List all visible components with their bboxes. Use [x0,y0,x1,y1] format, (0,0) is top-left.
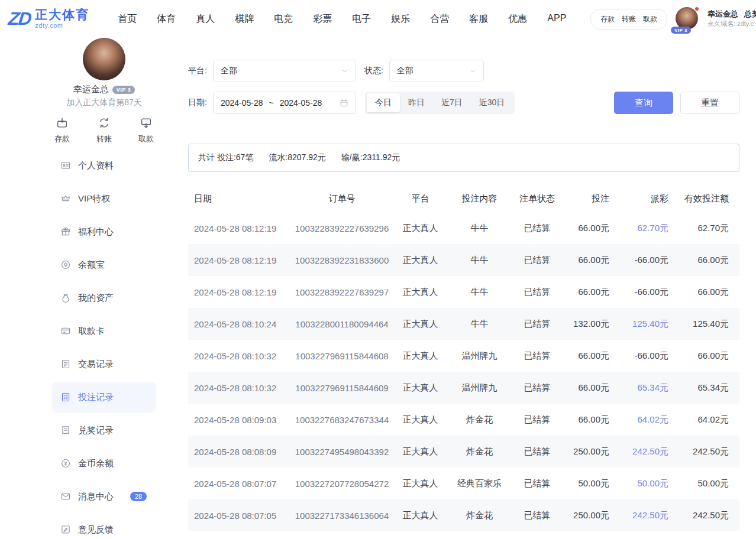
quick-action-label: 转账 [96,134,112,144]
nav-item[interactable]: 娱乐 [391,13,410,25]
date-range-input[interactable]: 2024-05-28 ~ 2024-05-28 [213,92,356,114]
coin-icon [60,458,71,469]
sidebar-item-label: VIP特权 [78,193,110,204]
sidebar-item[interactable]: 消息中心 28 [52,481,156,512]
cell-bet-amount: 66.00元 [564,382,620,394]
table-row: 2024-05-28 08:10:24 1003228001180094464 … [188,308,739,340]
nav-item[interactable]: 电子 [352,13,371,25]
nav-item[interactable]: 体育 [157,13,176,25]
cell-bet-amount: 66.00元 [564,255,620,266]
nav-item[interactable]: 合营 [430,13,449,25]
nav-item[interactable]: 真人 [196,13,215,25]
platform-label: 平台: [188,66,207,76]
cell-platform: 正大真人 [392,414,448,426]
sidebar-item[interactable]: 取款卡 [52,316,156,346]
wallet-action[interactable]: 取款 [643,14,657,24]
table-header-cell: 有效投注额 [679,193,739,204]
quick-action[interactable]: 取款 [138,116,154,144]
cell-status: 已结算 [511,287,564,298]
sidebar-item[interactable]: 我的资产 [52,283,156,313]
cell-date: 2024-05-28 08:07:07 [188,479,292,489]
sidebar: 幸运金总 VIP 3 加入正大体育第87天 存款 转账 取款 [0,38,172,539]
brand-logo[interactable]: ZD 正大体育 zdty.com [8,8,89,30]
nav-item[interactable]: 优惠 [508,13,527,25]
status-select[interactable]: 全部 [389,60,484,82]
cell-bet-content: 炸金花 [448,510,511,521]
table-row: 2024-05-28 08:07:07 1003227207728054272 … [188,467,739,499]
nav-item[interactable]: APP [547,13,566,25]
cell-date: 2024-05-28 08:09:03 [188,415,292,425]
sidebar-item[interactable]: 金币余额 [52,448,156,479]
table-header-cell: 投注内容 [448,193,511,204]
date-range-button[interactable]: 今日 [367,93,400,112]
bet-records-page: 平台: 全部 状态: 全部 日期: 2024-05-28 ~ 2024-05-2… [188,38,739,539]
date-range-button[interactable]: 近7日 [433,93,471,112]
cell-date: 2024-05-28 08:10:32 [188,351,292,361]
cell-payout: 65.34元 [620,382,679,394]
cell-date: 2024-05-28 08:12:19 [188,287,292,297]
sidebar-item[interactable]: VIP特权 [52,183,156,214]
cell-payout: 50.00元 [620,478,679,489]
sidebar-item[interactable]: 意见反馈 [52,514,156,539]
search-button[interactable]: 查询 [614,92,673,114]
nav-item[interactable]: 客服 [469,13,488,25]
cell-date: 2024-05-28 08:12:19 [188,223,292,233]
summary-bar: 共计 投注:67笔流水:8207.92元输/赢:2311.92元 [188,144,739,172]
sidebar-item[interactable]: 个人资料 [52,150,156,181]
cell-payout: 64.02元 [620,414,679,426]
quick-actions: 存款 转账 取款 [54,116,154,144]
cell-payout: 242.50元 [620,446,679,457]
gem-icon [60,259,71,270]
cell-platform: 正大真人 [392,223,448,234]
cell-bet-amount: 250.00元 [564,446,620,457]
chevron-down-icon [469,67,476,74]
bank-card-icon [60,326,71,336]
table-header-cell: 注单状态 [511,193,564,204]
cell-payout: 125.40元 [620,319,679,330]
wallet-action[interactable]: 存款 [600,14,615,24]
cell-bet-content: 牛牛 [448,287,511,298]
cell-order-number: 1003228392227639297 [292,287,392,297]
sidebar-item-label: 金币余额 [78,458,114,469]
topbar-right: 存款转账取款 VIP 3 幸运金总 总奖 永久域名: zdty.c [590,7,756,31]
date-range-button[interactable]: 昨日 [400,93,433,112]
date-range-button[interactable]: 近30日 [471,93,513,112]
cell-bet-content: 牛牛 [448,319,511,330]
sidebar-item[interactable]: 兑奖记录 [52,415,156,446]
cell-bet-amount: 50.00元 [564,478,620,489]
sidebar-item[interactable]: 交易记录 [52,349,156,379]
cell-valid-amount: 66.00元 [679,255,739,266]
cell-valid-amount: 50.00元 [679,478,739,489]
cell-valid-amount: 125.40元 [679,319,739,330]
reset-button[interactable]: 重置 [680,92,739,114]
calendar-icon [340,99,348,108]
profile-avatar[interactable] [83,38,125,80]
nav-item[interactable]: 棋牌 [235,13,254,25]
topbar-user-block[interactable]: 幸运金总 总奖 永久域名: zdty.c [707,9,756,30]
cell-bet-content: 牛牛 [448,255,511,266]
cell-valid-amount: 62.70元 [679,223,739,234]
cell-status: 已结算 [511,350,564,362]
platform-select[interactable]: 全部 [213,60,356,82]
nav-item[interactable]: 电竞 [274,13,293,25]
nav-item[interactable]: 彩票 [313,13,332,25]
cell-platform: 正大真人 [392,319,448,330]
main-nav: 首页体育真人棋牌电竞彩票电子娱乐合营客服优惠APP [118,13,566,25]
sidebar-item[interactable]: 福利中心 [52,216,156,247]
wallet-action[interactable]: 转账 [622,14,636,24]
topbar-avatar-wrap: VIP 3 [676,7,699,31]
crown-icon [60,193,71,204]
sidebar-item[interactable]: 余额宝 [52,249,156,280]
quick-action[interactable]: 转账 [96,116,112,144]
sidebar-item[interactable]: 投注记录 [52,382,156,413]
quick-action[interactable]: 存款 [54,116,70,144]
cell-platform: 正大真人 [392,350,448,362]
cell-order-number: 1003228001180094464 [292,319,392,329]
gift-icon [60,226,71,237]
unread-count-badge: 28 [130,492,147,501]
nav-item[interactable]: 首页 [118,13,137,25]
table-header-cell: 投注 [564,193,620,204]
brand-name: 正大体育 [35,8,89,21]
cell-order-number: 1003228392231833600 [292,255,392,265]
sidebar-item-label: 意见反馈 [78,524,114,535]
